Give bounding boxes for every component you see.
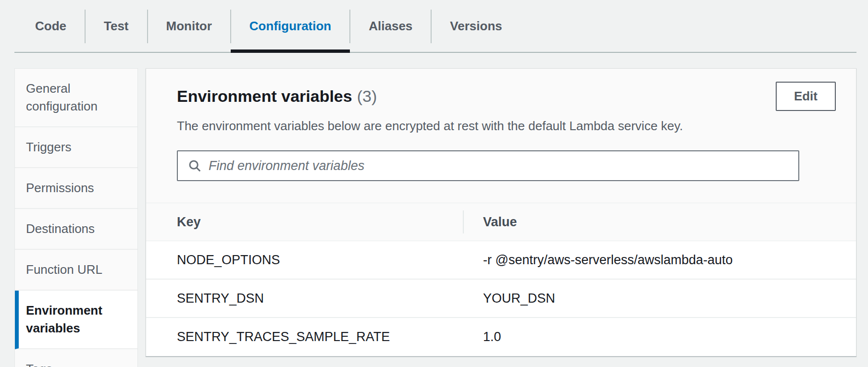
content-area: General configuration Triggers Permissio… [14,68,856,367]
sidebar-item-destinations[interactable]: Destinations [15,209,137,250]
column-header-value: Value [463,215,856,230]
tab-configuration[interactable]: Configuration [231,0,350,52]
tab-list: Code Test Monitor Configuration Aliases … [16,0,856,52]
edit-button[interactable]: Edit [776,82,836,111]
function-tab-bar: Code Test Monitor Configuration Aliases … [14,0,856,53]
lambda-configuration-page: Code Test Monitor Configuration Aliases … [0,0,868,367]
column-divider [463,210,464,233]
table-row: NODE_OPTIONS -r @sentry/aws-serverless/a… [146,241,856,280]
table-row: SENTRY_DSN YOUR_DSN [146,280,856,318]
env-var-key: SENTRY_TRACES_SAMPLE_RATE [146,330,463,344]
search-input[interactable] [202,151,798,180]
sidebar-item-triggers[interactable]: Triggers [15,127,137,168]
sidebar-item-permissions[interactable]: Permissions [15,168,137,209]
tab-aliases[interactable]: Aliases [350,0,431,52]
panel-header: Environment variables(3) Edit The enviro… [146,69,856,203]
sidebar-item-environment-variables[interactable]: Environment variables [15,291,137,349]
sidebar-item-function-url[interactable]: Function URL [15,250,137,291]
tab-versions[interactable]: Versions [431,0,521,52]
column-header-key: Key [146,215,463,230]
sidebar-item-tags[interactable]: Tags [15,349,137,367]
tab-code[interactable]: Code [16,0,85,52]
env-var-key: NODE_OPTIONS [146,253,463,268]
variables-count: (3) [357,87,377,105]
environment-variables-panel: Environment variables(3) Edit The enviro… [146,68,856,356]
tab-test[interactable]: Test [85,0,148,52]
env-var-value: 1.0 [463,330,856,344]
sidebar-item-general-configuration[interactable]: General configuration [15,69,137,127]
panel-description: The environment variables below are encr… [177,119,836,133]
table-row: SENTRY_TRACES_SAMPLE_RATE 1.0 [146,318,856,356]
env-var-key: SENTRY_DSN [146,291,463,306]
tab-monitor[interactable]: Monitor [148,0,231,52]
table-header-row: Key Value [146,203,856,241]
env-var-value: YOUR_DSN [463,291,856,306]
panel-title: Environment variables(3) [177,87,377,106]
env-var-value: -r @sentry/aws-serverless/awslambda-auto [463,253,856,268]
search-icon [187,159,202,173]
search-box [177,150,799,181]
environment-variables-table: Key Value NODE_OPTIONS -r @sentry/aws-se… [146,203,856,356]
configuration-sidebar: General configuration Triggers Permissio… [14,68,138,367]
